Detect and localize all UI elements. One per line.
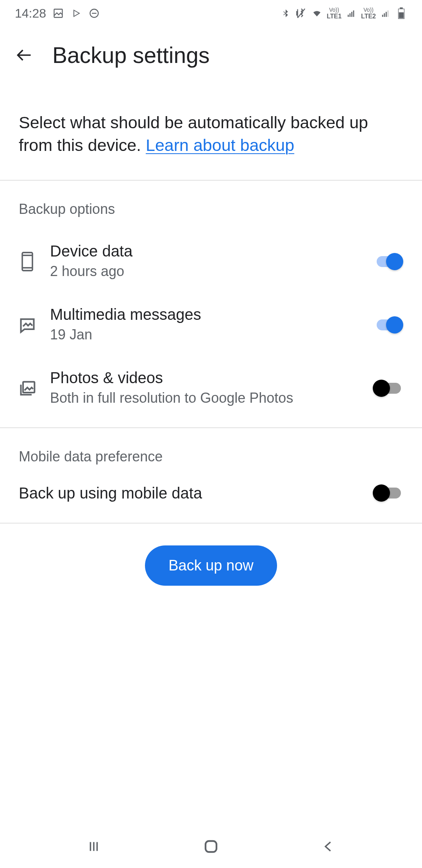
option-multimedia-messages[interactable]: Multimedia messages 19 Jan bbox=[0, 293, 422, 357]
description: Select what should be automatically back… bbox=[0, 88, 422, 180]
mobile-data-row[interactable]: Back up using mobile data bbox=[0, 474, 422, 523]
svg-rect-6 bbox=[351, 12, 352, 17]
multimedia-toggle[interactable] bbox=[372, 316, 403, 334]
bluetooth-icon bbox=[280, 7, 291, 19]
volte2-label: Vo)) bbox=[363, 7, 374, 13]
back-nav-button[interactable] bbox=[316, 835, 340, 858]
dnd-icon bbox=[88, 7, 100, 19]
app-bar: Backup settings bbox=[0, 27, 422, 88]
lte2-label: LTE2 bbox=[361, 13, 376, 20]
backup-now-button[interactable]: Back up now bbox=[145, 545, 277, 586]
learn-about-backup-link[interactable]: Learn about backup bbox=[146, 136, 294, 154]
mobile-data-toggle[interactable] bbox=[372, 484, 403, 502]
status-left: 14:28 bbox=[15, 6, 100, 21]
mms-icon bbox=[19, 316, 36, 334]
nav-bar bbox=[0, 825, 422, 868]
mobile-data-label: Back up using mobile data bbox=[19, 484, 202, 502]
sim2-group: Vo)) LTE2 bbox=[361, 7, 376, 20]
option-title: Multimedia messages bbox=[50, 306, 358, 323]
status-right: Vo)) LTE1 Vo)) LTE2 bbox=[280, 7, 407, 20]
phone-icon bbox=[19, 251, 36, 272]
option-body: Device data 2 hours ago bbox=[50, 242, 358, 281]
device-data-toggle[interactable] bbox=[372, 252, 403, 271]
home-button[interactable] bbox=[199, 835, 223, 858]
back-button[interactable] bbox=[15, 46, 34, 65]
wifi-icon bbox=[311, 7, 323, 19]
photos-icon bbox=[19, 379, 36, 397]
photos-toggle[interactable] bbox=[372, 379, 403, 398]
gallery-icon bbox=[52, 7, 64, 19]
svg-rect-14 bbox=[399, 13, 404, 18]
option-subtitle: Both in full resolution to Google Photos bbox=[50, 389, 358, 407]
lte1-label: LTE1 bbox=[327, 13, 342, 20]
svg-rect-11 bbox=[388, 11, 389, 17]
option-body: Multimedia messages 19 Jan bbox=[50, 306, 358, 344]
option-subtitle: 19 Jan bbox=[50, 326, 358, 344]
recents-icon bbox=[87, 839, 100, 854]
action-area: Back up now bbox=[0, 524, 422, 586]
option-body: Photos & videos Both in full resolution … bbox=[50, 369, 358, 407]
sim1-group: Vo)) LTE1 bbox=[327, 7, 342, 20]
svg-rect-8 bbox=[382, 15, 383, 17]
svg-rect-23 bbox=[206, 841, 216, 852]
home-icon bbox=[203, 838, 219, 855]
option-photos-videos[interactable]: Photos & videos Both in full resolution … bbox=[0, 357, 422, 420]
vibrate-icon bbox=[295, 7, 307, 19]
volte1-label: Vo)) bbox=[329, 7, 339, 13]
status-time: 14:28 bbox=[15, 6, 46, 21]
status-bar: 14:28 Vo)) LTE1 Vo)) LTE2 bbox=[0, 0, 422, 27]
signal1-icon bbox=[345, 7, 357, 19]
svg-rect-4 bbox=[348, 15, 349, 17]
svg-rect-10 bbox=[386, 12, 387, 17]
signal2-icon bbox=[380, 7, 392, 19]
page-title: Backup settings bbox=[52, 42, 209, 68]
svg-rect-7 bbox=[353, 11, 354, 17]
svg-rect-9 bbox=[384, 13, 385, 17]
option-title: Device data bbox=[50, 242, 358, 260]
svg-rect-5 bbox=[349, 13, 350, 17]
chevron-left-icon bbox=[322, 838, 335, 855]
option-title: Photos & videos bbox=[50, 369, 358, 387]
mobile-data-section-header: Mobile data preference bbox=[0, 428, 422, 474]
option-subtitle: 2 hours ago bbox=[50, 262, 358, 281]
svg-rect-19 bbox=[23, 382, 34, 393]
recents-button[interactable] bbox=[82, 835, 106, 858]
option-device-data[interactable]: Device data 2 hours ago bbox=[0, 230, 422, 293]
arrow-back-icon bbox=[16, 47, 33, 64]
battery-icon bbox=[395, 7, 407, 19]
backup-options-header: Backup options bbox=[0, 181, 422, 230]
play-icon bbox=[70, 7, 82, 19]
